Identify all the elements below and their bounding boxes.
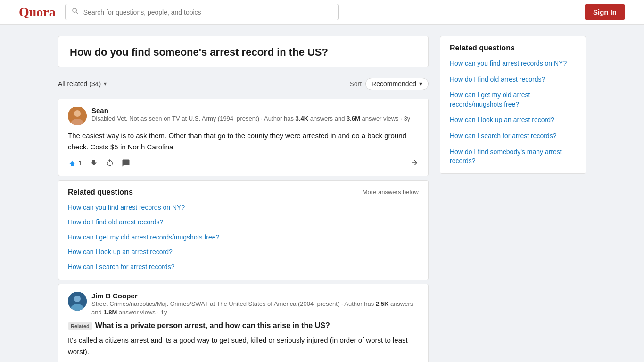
bio-suffix-1: answer views · 3y: [360, 115, 410, 122]
author-views-1: 3.6M: [347, 115, 360, 122]
author-bio-2: Street Crimes/narcotics/Maj. Crimes/SWAT…: [91, 300, 419, 317]
recommended-label: Recommended: [372, 80, 416, 88]
related-badge: Related: [68, 322, 92, 330]
related-questions-inline-card: Related questions More answers below How…: [58, 180, 429, 280]
sidebar-link-2[interactable]: How can I get my old arrest records/mugs…: [450, 90, 576, 109]
filter-row: All related (34) ▾ Sort Recommended ▾: [58, 73, 429, 95]
author-views-2: 1.8M: [103, 309, 117, 316]
main-column: How do you find someone's arrest record …: [58, 36, 429, 362]
bio-mid-1: answers and: [308, 115, 347, 122]
avatar-sean: [68, 107, 87, 125]
header-right: Sign In: [585, 4, 625, 20]
related-questions-inline-title: Related questions: [68, 188, 133, 197]
related-link-inline-4[interactable]: How can I search for arrest records?: [68, 263, 419, 272]
question-title: How do you find someone's arrest record …: [70, 46, 417, 59]
author-row-1: Sean Disabled Vet. Not as seen on TV at …: [68, 107, 419, 125]
chevron-down-icon: ▾: [104, 81, 107, 87]
page-container: How do you find someone's arrest record …: [39, 25, 605, 362]
related-link-inline-1[interactable]: How do I find old arrest records?: [68, 218, 419, 227]
answer-card-1: Sean Disabled Vet. Not as seen on TV at …: [58, 99, 429, 176]
sort-chevron-icon: ▾: [419, 80, 422, 88]
author-info-2: Jim B Cooper Street Crimes/narcotics/Maj…: [91, 292, 419, 317]
answer-card-2: Jim B Cooper Street Crimes/narcotics/Maj…: [58, 284, 429, 362]
sort-label: Sort: [349, 80, 362, 88]
sidebar-title: Related questions: [450, 44, 576, 52]
sidebar-link-3[interactable]: How can I look up an arrest record?: [450, 115, 576, 125]
sidebar-link-4[interactable]: How can I search for arrest records?: [450, 132, 576, 141]
sidebar-link-5[interactable]: How do I find somebody's many arrest rec…: [450, 148, 576, 166]
share-button-1[interactable]: [106, 159, 114, 167]
more-answers-below-label: More answers below: [363, 189, 419, 196]
search-input[interactable]: [83, 8, 332, 16]
upvote-button-1[interactable]: 1: [68, 159, 82, 167]
related-questions-header: Related questions More answers below: [68, 188, 419, 197]
svg-point-1: [74, 110, 81, 117]
sidebar-card: Related questions How can you find arres…: [440, 36, 586, 174]
quora-logo[interactable]: Quora: [19, 5, 56, 20]
related-question-row: RelatedWhat is a private person arrest, …: [68, 321, 419, 330]
author-bio-1: Disabled Vet. Not as seen on TV at U.S. …: [91, 115, 419, 123]
forward-button-1[interactable]: [410, 158, 419, 168]
related-link-inline-3[interactable]: How can I look up an arrest record?: [68, 247, 419, 257]
author-answers-1: 3.4K: [296, 115, 308, 122]
author-row-2: Jim B Cooper Street Crimes/narcotics/Maj…: [68, 292, 419, 317]
sidebar-link-1[interactable]: How do I find old arrest records?: [450, 75, 576, 84]
search-icon: [71, 7, 80, 17]
related-link-inline-2[interactable]: How can I get my old arrest records/mugs…: [68, 233, 419, 242]
search-bar[interactable]: [65, 4, 339, 20]
svg-point-4: [74, 296, 81, 302]
sort-dropdown[interactable]: Recommended ▾: [365, 78, 429, 90]
all-related-filter[interactable]: All related (34) ▾: [58, 80, 107, 88]
bio-suffix-2: answer views · 1y: [117, 309, 167, 316]
header: Quora Sign In: [0, 0, 644, 25]
sidebar-column: Related questions How can you find arres…: [440, 36, 586, 362]
related-link-inline-0[interactable]: How can you find arrest records on NY?: [68, 203, 419, 213]
related-question-text: What is a private person arrest, and how…: [95, 321, 330, 329]
comment-button-1[interactable]: [122, 159, 130, 167]
related-links-inline: How can you find arrest records on NY? H…: [68, 203, 419, 272]
sidebar-link-0[interactable]: How can you find arrest records on NY?: [450, 59, 576, 68]
downvote-button-1[interactable]: [90, 159, 98, 167]
all-related-label: All related (34): [58, 80, 101, 88]
question-card: How do you find someone's arrest record …: [58, 36, 429, 67]
bio-prefix-1: Disabled Vet. Not as seen on TV at U.S. …: [91, 115, 296, 122]
sign-in-button[interactable]: Sign In: [585, 4, 625, 20]
author-name-1: Sean: [91, 107, 419, 115]
answer-text-2: It's called a citizens arrest and its a …: [68, 335, 419, 357]
avatar-jim: [68, 292, 87, 311]
upvote-count-1: 1: [78, 159, 82, 167]
sidebar-links: How can you find arrest records on NY? H…: [450, 59, 576, 166]
author-info-1: Sean Disabled Vet. Not as seen on TV at …: [91, 107, 419, 123]
author-name-2: Jim B Cooper: [91, 292, 419, 300]
sort-area: Sort Recommended ▾: [349, 78, 429, 90]
answer-text-1: The easiest way is to ask them. Other th…: [68, 130, 419, 153]
answer-actions-1: 1: [68, 158, 419, 168]
bio-prefix-2: Street Crimes/narcotics/Maj. Crimes/SWAT…: [91, 300, 376, 307]
author-answers-2: 2.5K: [376, 300, 388, 307]
